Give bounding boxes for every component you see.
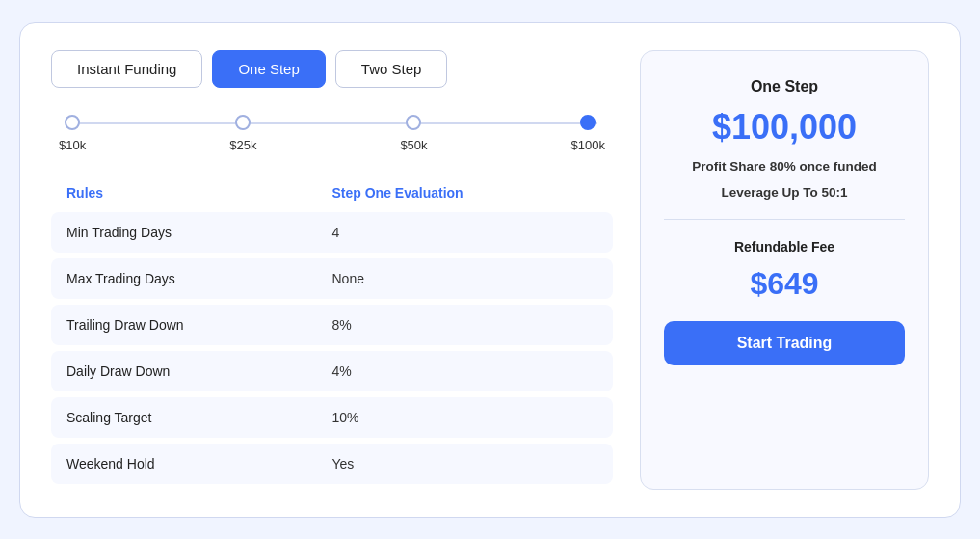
right-panel: One Step $100,000 Profit Share 80% once …	[640, 50, 929, 490]
rp-divider	[664, 219, 905, 220]
rule-value: 10%	[332, 410, 598, 425]
amount-slider: $10k $25k $50k $100k	[51, 115, 613, 152]
table-row: Trailing Draw Down 8%	[51, 305, 613, 345]
dot-label-50k: $50k	[400, 138, 427, 152]
main-container: Instant Funding One Step Two Step $10k $…	[19, 22, 961, 518]
rule-value: 4%	[332, 364, 598, 379]
eval-col-header: Step One Evaluation	[332, 185, 598, 201]
dot-label-10k: $10k	[59, 138, 86, 152]
rule-label: Max Trading Days	[66, 271, 332, 286]
rule-value: None	[332, 271, 598, 286]
profit-share-label: Profit Share	[692, 159, 766, 174]
rule-label: Trailing Draw Down	[66, 317, 332, 333]
profit-share-value: 80% once funded	[770, 159, 877, 174]
rule-label: Daily Draw Down	[66, 364, 332, 379]
slider-option-25k[interactable]: $25k	[229, 115, 256, 152]
table-row: Min Trading Days 4	[51, 212, 613, 253]
dot-25k	[235, 115, 251, 130]
slider-option-100k[interactable]: $100k	[571, 115, 605, 152]
rp-fee-label: Refundable Fee	[734, 239, 834, 255]
left-panel: Instant Funding One Step Two Step $10k $…	[51, 50, 613, 490]
dot-50k	[406, 115, 421, 130]
rule-label: Weekend Hold	[66, 456, 332, 472]
table-row: Scaling Target 10%	[51, 397, 613, 438]
rp-fee: $649	[750, 266, 818, 302]
rp-amount: $100,000	[712, 107, 857, 148]
rp-title: One Step	[751, 78, 818, 95]
slider-option-50k[interactable]: $50k	[400, 115, 427, 152]
dot-100k	[580, 115, 596, 130]
leverage-label: Leverage	[721, 185, 778, 200]
table-row: Weekend Hold Yes	[51, 444, 613, 484]
dot-label-100k: $100k	[571, 138, 605, 152]
dot-10k	[65, 115, 80, 130]
tab-group: Instant Funding One Step Two Step	[51, 50, 613, 88]
leverage-value: Up To 50:1	[782, 185, 848, 200]
start-trading-button[interactable]: Start Trading	[664, 321, 905, 365]
slider-option-10k[interactable]: $10k	[59, 115, 86, 152]
dot-label-25k: $25k	[229, 138, 256, 152]
rule-value: 4	[332, 225, 598, 240]
rules-header: Rules Step One Evaluation	[51, 179, 613, 206]
slider-track-row: $10k $25k $50k $100k	[59, 115, 605, 152]
rp-leverage: Leverage Up To 50:1	[721, 185, 847, 200]
table-row: Daily Draw Down 4%	[51, 351, 613, 391]
tab-one-step[interactable]: One Step	[212, 50, 325, 88]
rule-label: Min Trading Days	[66, 225, 332, 240]
tab-two-step[interactable]: Two Step	[335, 50, 448, 88]
rp-profit-share: Profit Share 80% once funded	[692, 159, 876, 174]
rules-table: Min Trading Days 4 Max Trading Days None…	[51, 212, 613, 484]
table-row: Max Trading Days None	[51, 258, 613, 299]
tab-instant-funding[interactable]: Instant Funding	[51, 50, 202, 88]
rule-value: Yes	[332, 456, 598, 472]
rule-label: Scaling Target	[66, 410, 332, 425]
rule-value: 8%	[332, 317, 598, 333]
rules-col-header: Rules	[66, 185, 332, 201]
